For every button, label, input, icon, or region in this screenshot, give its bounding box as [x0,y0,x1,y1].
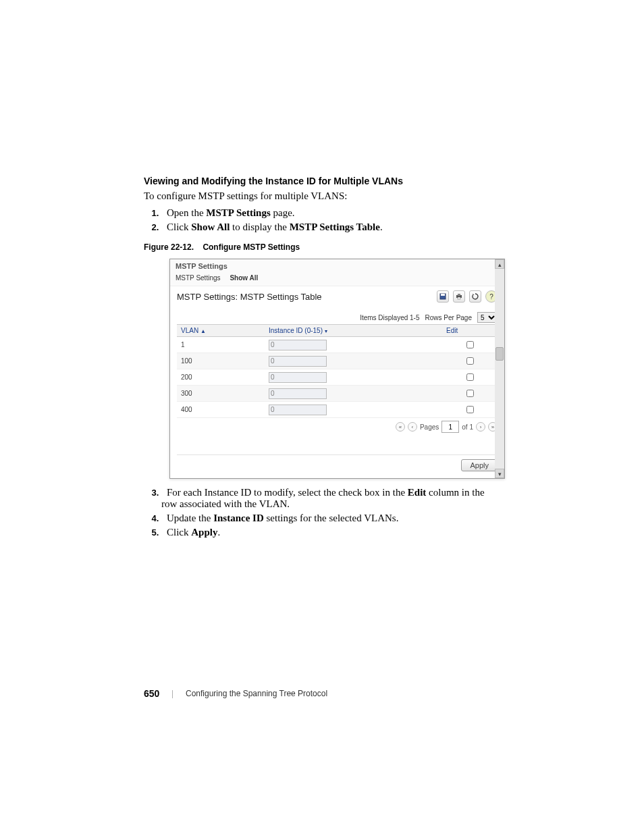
edit-checkbox[interactable] [466,357,474,365]
breadcrumb: MSTP Settings Show All [170,270,504,286]
edit-checkbox[interactable] [466,341,474,348]
instance-id-input[interactable] [269,340,327,350]
table-row: 400 [177,402,498,418]
table-row: 100 [177,353,498,369]
scroll-up-icon[interactable]: ▴ [495,259,504,269]
svg-rect-3 [458,294,460,296]
vlan-cell: 400 [177,402,265,418]
step-4-post: settings for the selected VLANs. [264,513,399,523]
mstp-settings-table: VLAN ▲ Instance ID (0-15) ▾ Edit 1 100 [177,324,498,418]
footer-divider: | [171,688,173,699]
scrollbar[interactable]: ▴ ▾ [495,259,504,478]
step-2-bold2: MSTP Settings Table [290,221,380,232]
step-2-post: . [380,221,383,232]
pages-of-label: of 1 [462,423,473,431]
refresh-icon[interactable] [469,290,481,303]
step-3: For each Instance ID to modify, select t… [161,487,502,510]
instance-id-input[interactable] [269,388,327,399]
step-1-pre: Open the [167,207,206,218]
step-1: Open the MSTP Settings page. [161,207,502,219]
instance-id-input[interactable] [269,372,327,383]
section-heading: Viewing and Modifying the Instance ID fo… [144,176,502,186]
items-displayed-label: Items Displayed 1-5 [360,314,419,321]
col-vlan[interactable]: VLAN ▲ [177,325,265,337]
svg-rect-1 [441,294,445,296]
step-5: Click Apply. [161,527,502,538]
svg-rect-4 [458,297,460,299]
scroll-down-icon[interactable]: ▾ [495,469,504,478]
vlan-cell: 300 [177,386,265,402]
step-4-bold: Instance ID [213,513,264,523]
window-tab-title: MSTP Settings [170,259,504,270]
mstp-settings-screenshot: ▴ ▾ MSTP Settings MSTP Settings Show All… [169,259,505,479]
instance-id-input[interactable] [269,356,327,367]
save-icon[interactable] [437,290,449,303]
edit-checkbox[interactable] [466,373,474,381]
panel-title: MSTP Settings: MSTP Settings Table [177,292,322,302]
scroll-thumb[interactable] [495,347,504,361]
table-row: 1 [177,337,498,353]
pages-label: Pages [420,423,439,431]
step-1-bold: MSTP Settings [206,207,270,218]
step-2-pre: Click [167,221,191,232]
page-footer: 650 | Configuring the Spanning Tree Prot… [144,688,327,699]
steps-bottom: For each Instance ID to modify, select t… [144,487,502,538]
figure-title: Configure MSTP Settings [203,242,300,252]
edit-checkbox[interactable] [466,390,474,397]
page-number: 650 [144,688,159,699]
steps-top: Open the MSTP Settings page. Click Show … [144,207,502,233]
col-edit: Edit [442,325,498,337]
paginator: « ‹ Pages of 1 › » [177,421,498,433]
step-2-mid: to display the [230,221,289,232]
print-icon[interactable] [453,290,465,303]
vlan-cell: 100 [177,353,265,369]
sort-asc-icon: ▲ [200,328,206,334]
page-first-icon[interactable]: « [396,422,405,432]
figure-caption: Figure 22-12. Configure MSTP Settings [144,242,502,252]
table-row: 200 [177,369,498,386]
step-2: Click Show All to display the MSTP Setti… [161,221,502,233]
table-row: 300 [177,386,498,402]
figure-label: Figure 22-12. [144,242,194,252]
step-3-bold: Edit [408,487,427,498]
instance-id-input[interactable] [269,405,327,415]
step-4-pre: Update the [167,513,213,523]
breadcrumb-item-showall[interactable]: Show All [230,274,258,282]
rows-per-page-label: Rows Per Page [425,314,472,321]
apply-button[interactable]: Apply [461,459,498,471]
step-4: Update the Instance ID settings for the … [161,513,502,524]
step-5-post: . [217,527,220,538]
sort-neutral-icon: ▾ [325,328,327,334]
col-instance-id[interactable]: Instance ID (0-15) ▾ [265,325,442,337]
step-5-pre: Click [167,527,191,538]
page-number-input[interactable] [441,421,459,433]
page-next-icon[interactable]: › [476,422,485,432]
chapter-title: Configuring the Spanning Tree Protocol [186,689,327,698]
step-3-pre: For each Instance ID to modify, select t… [167,487,408,498]
vlan-cell: 1 [177,337,265,353]
vlan-cell: 200 [177,369,265,386]
step-2-bold: Show All [191,221,230,232]
breadcrumb-item-mstp[interactable]: MSTP Settings [176,274,221,282]
step-5-bold: Apply [191,527,217,538]
intro-text: To configure MSTP settings for multiple … [144,190,502,202]
step-1-post: page. [271,207,295,218]
page-prev-icon[interactable]: ‹ [408,422,417,432]
edit-checkbox[interactable] [466,406,474,413]
